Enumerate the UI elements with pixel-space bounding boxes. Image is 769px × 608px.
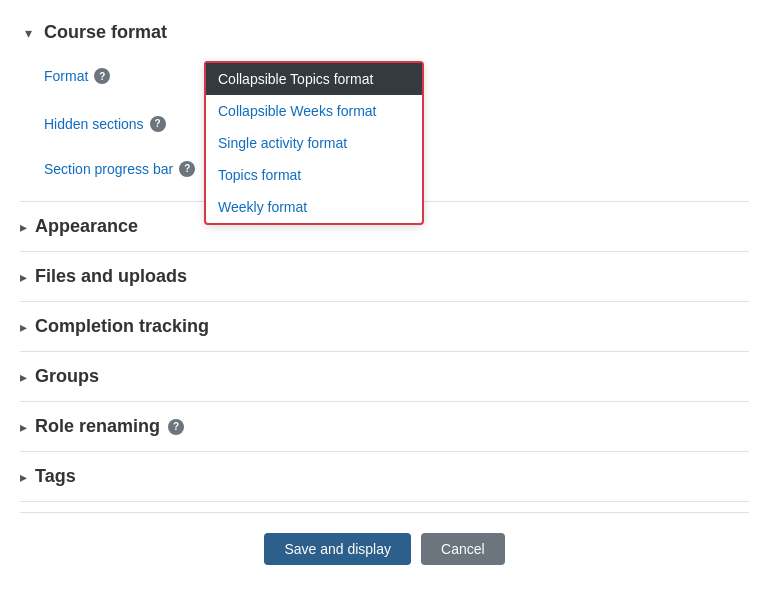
format-label: Format ? xyxy=(44,68,204,84)
section-row-files-uploads[interactable]: ▸ Files and uploads xyxy=(20,252,749,302)
hidden-sections-help-icon[interactable]: ? xyxy=(150,116,166,132)
course-format-header[interactable]: ▾ Course format xyxy=(20,10,749,51)
cancel-button[interactable]: Cancel xyxy=(421,533,505,565)
format-dropdown: Collapsible Topics format Collapsible We… xyxy=(204,61,424,225)
section-title-tags: Tags xyxy=(35,466,76,487)
hidden-sections-label: Hidden sections ? xyxy=(44,116,204,132)
chevron-role-renaming: ▸ xyxy=(20,419,27,435)
section-title-completion-tracking: Completion tracking xyxy=(35,316,209,337)
section-title-groups: Groups xyxy=(35,366,99,387)
hidden-sections-label-text: Hidden sections xyxy=(44,116,144,132)
chevron-groups: ▸ xyxy=(20,369,27,385)
format-label-text: Format xyxy=(44,68,88,84)
section-row-groups[interactable]: ▸ Groups xyxy=(20,352,749,402)
role-renaming-help-icon[interactable]: ? xyxy=(168,419,184,435)
course-format-body: Format ? Collapsible Topics format ⬆ Col… xyxy=(20,51,749,201)
dropdown-item-4[interactable]: Weekly format xyxy=(206,191,422,223)
role-renaming-row: Role renaming ? xyxy=(35,416,184,437)
chevron-tags: ▸ xyxy=(20,469,27,485)
course-format-chevron: ▾ xyxy=(20,25,36,41)
section-progress-label: Section progress bar ? xyxy=(44,161,204,177)
collapsed-sections: ▸ Appearance ▸ Files and uploads ▸ Compl… xyxy=(20,201,749,502)
section-title-files-uploads: Files and uploads xyxy=(35,266,187,287)
chevron-files-uploads: ▸ xyxy=(20,269,27,285)
section-title-appearance: Appearance xyxy=(35,216,138,237)
format-help-icon[interactable]: ? xyxy=(94,68,110,84)
button-row: Save and display Cancel xyxy=(20,512,749,575)
dropdown-item-1[interactable]: Collapsible Weeks format xyxy=(206,95,422,127)
dropdown-item-3[interactable]: Topics format xyxy=(206,159,422,191)
format-row: Format ? Collapsible Topics format ⬆ Col… xyxy=(44,51,749,101)
format-control-wrap: Collapsible Topics format ⬆ Collapsible … xyxy=(204,61,749,91)
section-row-role-renaming[interactable]: ▸ Role renaming ? xyxy=(20,402,749,452)
dropdown-item-2[interactable]: Single activity format xyxy=(206,127,422,159)
section-row-completion-tracking[interactable]: ▸ Completion tracking xyxy=(20,302,749,352)
page-container: ▾ Course format Format ? Collapsible Top… xyxy=(0,0,769,595)
section-progress-help-icon[interactable]: ? xyxy=(179,161,195,177)
section-title-role-renaming: Role renaming xyxy=(35,416,160,437)
chevron-appearance: ▸ xyxy=(20,219,27,235)
section-progress-label-text: Section progress bar xyxy=(44,161,173,177)
course-format-title: Course format xyxy=(44,22,167,43)
dropdown-item-0[interactable]: Collapsible Topics format xyxy=(206,63,422,95)
save-and-display-button[interactable]: Save and display xyxy=(264,533,411,565)
course-format-section: ▾ Course format Format ? Collapsible Top… xyxy=(20,10,749,201)
chevron-completion-tracking: ▸ xyxy=(20,319,27,335)
section-row-tags[interactable]: ▸ Tags xyxy=(20,452,749,502)
